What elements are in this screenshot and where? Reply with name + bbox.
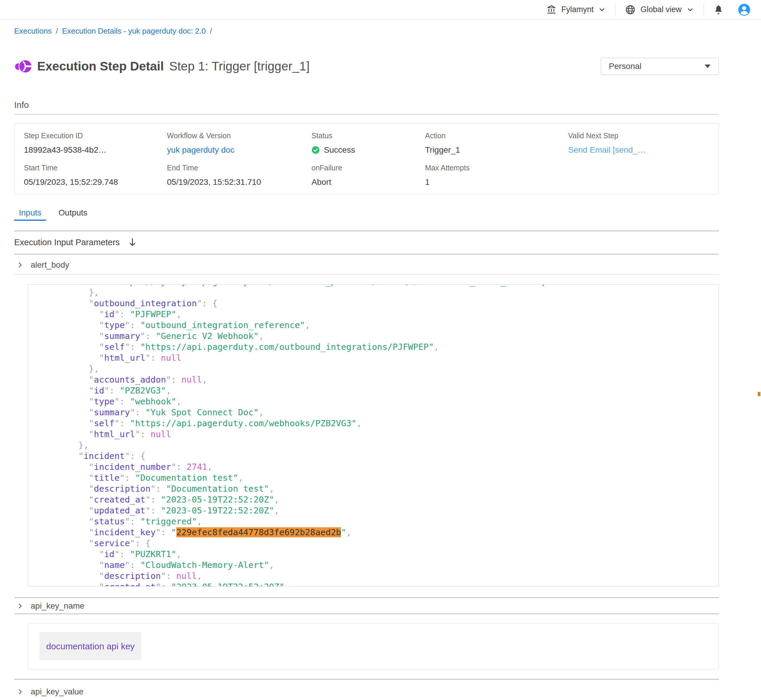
api-key-name-chip: documentation api key (39, 632, 141, 660)
field-label: Start Time (24, 164, 167, 172)
bank-icon (546, 5, 557, 15)
info-field-end-time: End Time 05/19/2023, 15:52:31.710 (167, 164, 312, 187)
chevron-right-icon (17, 602, 23, 610)
code-line: "self": "https://api.pagerduty.com/webho… (58, 418, 719, 429)
info-field-start-time: Start Time 05/19/2023, 15:52:29.748 (24, 164, 167, 187)
header-divider (703, 4, 704, 16)
scope-select[interactable]: Personal (601, 58, 719, 75)
field-label: Action (425, 131, 568, 140)
scroll-highlight-marker (758, 392, 760, 396)
code-line: "incident": { (58, 451, 719, 462)
code-line: "id": "PZB2VG3", (58, 385, 719, 396)
execution-input-parameters-header: Execution Input Parameters (14, 236, 719, 249)
notifications-button[interactable] (713, 4, 724, 15)
globe-icon (625, 5, 636, 15)
code-line: "name": "CloudWatch-Memory-Alert", (58, 560, 719, 570)
field-value: Abort (312, 177, 425, 187)
org-switcher[interactable]: Fylamynt (546, 5, 606, 15)
field-label: Max Attempts (425, 164, 568, 172)
code-line: "type": "webhook", (58, 396, 719, 407)
code-line: }, (58, 363, 719, 374)
code-line: "accounts_addon": null, (58, 374, 719, 385)
expander-api-key-value[interactable]: api_key_value (14, 686, 719, 698)
scope-select-value: Personal (609, 62, 642, 71)
code-line: "html_url": null (58, 353, 719, 363)
code-line: "id": "PJFWPEP", (58, 309, 719, 320)
code-line: "summary": "Yuk Spot Connect Doc", (58, 407, 719, 418)
sort-down-arrow-icon[interactable] (128, 238, 137, 247)
code-line: "summary": "Generic V2 Webhook", (58, 331, 719, 342)
expander-api-key-name[interactable]: api_key_name (14, 600, 719, 612)
field-label: Valid Next Step (568, 131, 709, 140)
info-field-onfailure: onFailure Abort (312, 164, 425, 187)
code-line: "id": "PUZKRT1", (58, 549, 719, 560)
workflow-logo-icon (14, 58, 33, 74)
code-content: "https://fylamynt.pagerduty.com/escalati… (28, 284, 719, 586)
expander-alert-body[interactable]: alert_body (14, 259, 719, 271)
account-circle-icon (738, 3, 751, 17)
field-label: onFailure (312, 164, 425, 172)
code-line: "incident_number": 2741, (58, 462, 719, 472)
api-key-name-text: documentation api key (46, 641, 135, 652)
field-value: 1 (425, 177, 568, 187)
tab-inputs[interactable]: Inputs (14, 205, 46, 221)
workflow-link[interactable]: yuk pagerduty doc (167, 145, 312, 155)
code-line: "https://fylamynt.pagerduty.com/escalati… (58, 284, 719, 287)
page-title: Execution Step Detail (37, 59, 164, 73)
info-field-action: Action Trigger_1 (425, 131, 568, 155)
code-line: "html_url": null (58, 429, 719, 440)
code-line: "self": "https://api.pagerduty.com/outbo… (58, 342, 719, 353)
params-heading: Execution Input Parameters (14, 238, 120, 247)
code-block[interactable]: "https://fylamynt.pagerduty.com/escalati… (28, 284, 719, 586)
code-line: "service": { (58, 538, 719, 549)
section-divider (14, 254, 719, 255)
info-field-step-execution-id: Step Execution ID 18992a43-9538-4b2… (24, 131, 167, 155)
status-text: Success (324, 145, 355, 155)
app-header: Fylamynt Global view (0, 0, 761, 19)
chevron-right-icon (17, 261, 23, 269)
info-card: Step Execution ID 18992a43-9538-4b2… Wor… (14, 123, 719, 194)
code-line: }, (58, 440, 719, 451)
code-line: "status": "triggered", (58, 516, 719, 527)
section-divider (14, 613, 719, 614)
info-heading: Info (14, 100, 719, 110)
chevron-down-icon (598, 6, 606, 14)
field-label: Status (312, 131, 425, 140)
code-line: "updated_at": "2023-05-19T22:52:20Z", (58, 505, 719, 516)
field-label: End Time (167, 164, 312, 172)
code-line: "description": null, (58, 570, 719, 581)
code-line: "created_at": "2023-05-19T22:52:20Z", (58, 581, 719, 586)
tabs: Inputs Outputs (14, 205, 719, 221)
breadcrumb-separator: / (56, 27, 58, 36)
section-divider (14, 597, 719, 598)
breadcrumb-execution-details[interactable]: Execution Details - yuk pagerduty doc: 2… (62, 27, 205, 36)
user-avatar[interactable] (738, 3, 751, 17)
breadcrumb-executions[interactable]: Executions (14, 27, 52, 36)
caret-down-icon (705, 64, 711, 69)
page-subtitle: Step 1: Trigger [trigger_1] (169, 59, 309, 73)
chevron-right-icon (17, 688, 23, 695)
code-line: "description": "Documentation test", (58, 483, 719, 494)
code-line: "created_at": "2023-05-19T22:52:20Z", (58, 494, 719, 505)
field-value: Trigger_1 (425, 145, 568, 155)
expander-label: api_key_value (31, 687, 83, 697)
info-field-max-attempts: Max Attempts 1 (425, 164, 568, 187)
field-label: Workflow & Version (167, 131, 312, 140)
info-field-workflow-version: Workflow & Version yuk pagerduty doc (167, 131, 312, 155)
api-key-name-card: documentation api key (28, 623, 719, 670)
code-line: "incident_key": "229efec8feda44778d3fe69… (58, 527, 719, 538)
code-line: "outbound_integration": { (58, 298, 719, 309)
chevron-down-icon (686, 6, 694, 14)
main-content: Executions / Execution Details - yuk pag… (0, 27, 761, 698)
section-divider (14, 274, 719, 275)
title-row: Execution Step Detail Step 1: Trigger [t… (14, 57, 719, 76)
section-divider (14, 114, 719, 115)
view-switcher[interactable]: Global view (625, 5, 694, 15)
breadcrumb-separator: / (210, 27, 212, 36)
code-line: }, (58, 287, 719, 298)
next-step-link[interactable]: Send Email [send_… (568, 145, 709, 155)
section-divider (14, 679, 719, 680)
section-divider (14, 230, 719, 231)
code-line: "title": "Documentation test", (58, 472, 719, 483)
tab-outputs[interactable]: Outputs (54, 205, 92, 221)
